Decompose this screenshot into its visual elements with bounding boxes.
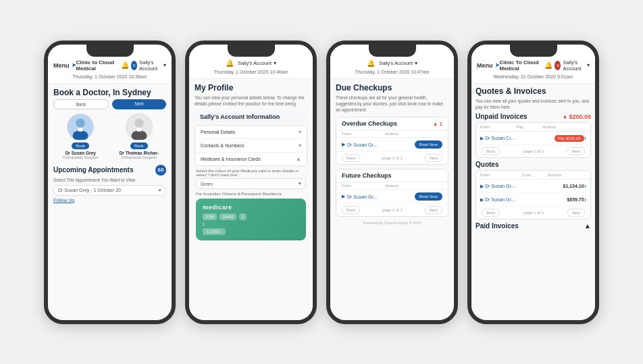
quotes-next-btn[interactable]: Next bbox=[567, 209, 585, 217]
menu-button-4[interactable]: Menu ➤ bbox=[477, 62, 500, 69]
future-pagination: Back page 1 of 1 Next bbox=[336, 204, 448, 216]
account-area-3[interactable]: Sally's Account ▾ bbox=[379, 60, 417, 66]
doctor-name-0: Dr Susan Grey bbox=[53, 151, 108, 155]
profile-sections: Personal Details ▾ Contacts & Numbers ▾ … bbox=[195, 125, 307, 166]
appointments-label: Upcoming Appointments bbox=[53, 166, 134, 174]
quote-amount-1: $659.75 bbox=[567, 197, 584, 202]
svg-rect-3 bbox=[78, 128, 83, 132]
account-area-1[interactable]: 🔔 S Sally's Account ▾ bbox=[121, 59, 166, 72]
color-dropdown[interactable]: Green ▾ bbox=[196, 178, 306, 189]
next-button-1[interactable]: Next bbox=[112, 99, 166, 109]
unpaid-invoices-section: Unpaid Invoices ▲ $200.00 From Pay Actio… bbox=[475, 113, 591, 158]
phone-4: Menu ➤ Clinic To Cloud Medical 🔔 S Sally… bbox=[467, 41, 599, 324]
menu-arrow-4: ➤ bbox=[495, 62, 500, 68]
account-avatar-4: S bbox=[555, 61, 561, 70]
unpaid-back-btn[interactable]: Back bbox=[482, 147, 500, 155]
future-book-btn[interactable]: Book Now bbox=[415, 192, 442, 201]
account-chevron-4: ▾ bbox=[587, 62, 590, 68]
overdue-cols: From Actions bbox=[336, 130, 448, 138]
expiry-date[interactable]: 11/2021 bbox=[203, 228, 226, 235]
quote-doctor-arrow-1: ▶ bbox=[480, 197, 484, 203]
overdue-book-btn[interactable]: Book Now bbox=[415, 140, 442, 149]
personal-details-chevron: ▾ bbox=[299, 129, 301, 135]
clinic-name-1: Clinic to Cloud Medical bbox=[76, 59, 121, 72]
phone-3: 🔔 Sally's Account ▾ Thursday, 1 October … bbox=[326, 41, 458, 324]
unpaid-doctor-name: Dr Susan Cr... bbox=[485, 136, 515, 140]
unpaid-row-arrow[interactable]: › bbox=[584, 134, 586, 142]
quote-row-arrow-1[interactable]: › bbox=[584, 196, 586, 203]
doctor-avatar-0 bbox=[67, 113, 94, 140]
doctor-avatar-1 bbox=[126, 113, 153, 140]
future-back-btn[interactable]: Back bbox=[342, 206, 360, 214]
medicare-chevron: ▲ bbox=[296, 156, 301, 162]
future-page-info: page 1 of 1 bbox=[382, 208, 403, 212]
account-chevron-1: ▾ bbox=[163, 62, 166, 68]
menu-arrow-icon: ➤ bbox=[72, 62, 76, 68]
quote-amount-0: $1,134.10 bbox=[563, 184, 584, 188]
unpaid-amount-value: $200.00 bbox=[569, 113, 591, 120]
back-button-1[interactable]: Back bbox=[53, 99, 109, 109]
unpaid-warning-icon: ▲ bbox=[563, 113, 568, 120]
svg-rect-7 bbox=[136, 128, 142, 132]
page-title-2: My Profile bbox=[195, 83, 307, 93]
overdue-back-btn[interactable]: Back bbox=[342, 154, 360, 162]
overdue-next-btn[interactable]: Next bbox=[425, 154, 442, 162]
paid-title-row: Paid Invoices ▲ bbox=[475, 222, 591, 230]
appointments-count: 60 bbox=[155, 165, 166, 176]
quotes-title-row: Quotes bbox=[475, 161, 591, 168]
select-appointment-text: Select The Appointment You Want to View bbox=[53, 178, 166, 182]
paid-chevron: ▲ bbox=[584, 222, 591, 230]
doctor-name-1: Dr Thomas Richar- bbox=[112, 151, 167, 155]
account-chevron-2: ▾ bbox=[274, 60, 276, 66]
menu-label: Menu bbox=[53, 62, 70, 69]
follow-up-link[interactable]: Follow Up bbox=[53, 198, 166, 203]
doctor-specialty-1: Orthopaedic Surgeon bbox=[112, 155, 167, 159]
phone-2: 🔔 Sally's Account ▾ Thursday, 1 October … bbox=[185, 41, 317, 324]
account-name-1: Sally's Account bbox=[139, 59, 161, 72]
svg-point-5 bbox=[134, 119, 143, 128]
account-name-3: Sally's Account bbox=[379, 60, 413, 66]
medicare-field-2[interactable]: 1 bbox=[239, 213, 247, 220]
menu-button[interactable]: Menu ➤ bbox=[53, 62, 76, 69]
pay-button-0[interactable]: Pay $200.00 bbox=[555, 135, 584, 142]
book-button-0[interactable]: Book bbox=[72, 142, 89, 149]
future-title: Future Checkups bbox=[342, 172, 392, 179]
future-next-btn[interactable]: Next bbox=[425, 206, 442, 214]
citizen-label: For Australian Citizens & Permanent Resi… bbox=[196, 192, 306, 196]
medicare-field-0[interactable]: 2790 bbox=[203, 213, 217, 220]
medicare-select-label: Select the colour of your Medicare card … bbox=[196, 169, 306, 177]
triangle-icon-3: ▲ bbox=[433, 121, 438, 127]
bell-icon-3: 🔔 bbox=[367, 59, 375, 67]
unpaid-doctor-arrow: ▶ bbox=[480, 136, 484, 141]
quotes-pagination: Back page 1 of 1 Next bbox=[476, 207, 590, 219]
clinic-name-4: Clinic To Cloud Medical bbox=[500, 59, 545, 72]
quotes-table: From Cost Actions ▶ Dr Susan Gr... $1,13… bbox=[475, 170, 591, 219]
quote-doctor-name-0: Dr Susan Gr... bbox=[485, 184, 515, 188]
appointment-dropdown[interactable]: Dr Susan Grey - 1 October 20 ▾ bbox=[53, 185, 166, 196]
medicare-field-1[interactable]: 19432 bbox=[220, 213, 236, 220]
unpaid-title: Unpaid Invoices bbox=[475, 113, 528, 120]
dropdown-chevron-1: ▾ bbox=[159, 188, 161, 193]
quotes-back-btn[interactable]: Back bbox=[482, 209, 500, 217]
account-area-2[interactable]: Sally's Account ▾ bbox=[238, 60, 276, 66]
unpaid-page-info: page 1 of 1 bbox=[523, 149, 544, 153]
overdue-page-info: page 1 of 1 bbox=[382, 156, 403, 160]
page-subtitle-3: These checkups are all for your general … bbox=[336, 95, 448, 113]
medicare-expiry: 1 bbox=[203, 222, 299, 226]
expiry-num: 1 bbox=[203, 222, 205, 226]
quote-col-from: From bbox=[480, 173, 490, 177]
contacts-numbers-row[interactable]: Contacts & Numbers ▾ bbox=[195, 139, 307, 153]
account-area-4[interactable]: 🔔 S Sally's Account ▾ bbox=[544, 59, 590, 72]
unpaid-next-btn[interactable]: Next bbox=[567, 147, 585, 155]
quote-row-arrow-0[interactable]: › bbox=[584, 182, 586, 190]
medicare-row[interactable]: Medicare & Insurance Cards ▲ bbox=[195, 153, 307, 165]
unpaid-col-pay: Pay bbox=[517, 125, 523, 129]
doctor-specialty-0: Orthopaedic Surgeon bbox=[53, 155, 108, 159]
overdue-count: 1 bbox=[440, 121, 442, 127]
personal-details-row[interactable]: Personal Details ▾ bbox=[195, 126, 307, 139]
page-title-1: Book a Doctor, In Sydney bbox=[53, 88, 166, 97]
book-button-1[interactable]: Book bbox=[130, 142, 148, 149]
overdue-doctor-arrow: ▶ bbox=[342, 142, 345, 147]
paid-title: Paid Invoices bbox=[475, 222, 519, 230]
future-col-actions: Actions bbox=[385, 184, 398, 188]
